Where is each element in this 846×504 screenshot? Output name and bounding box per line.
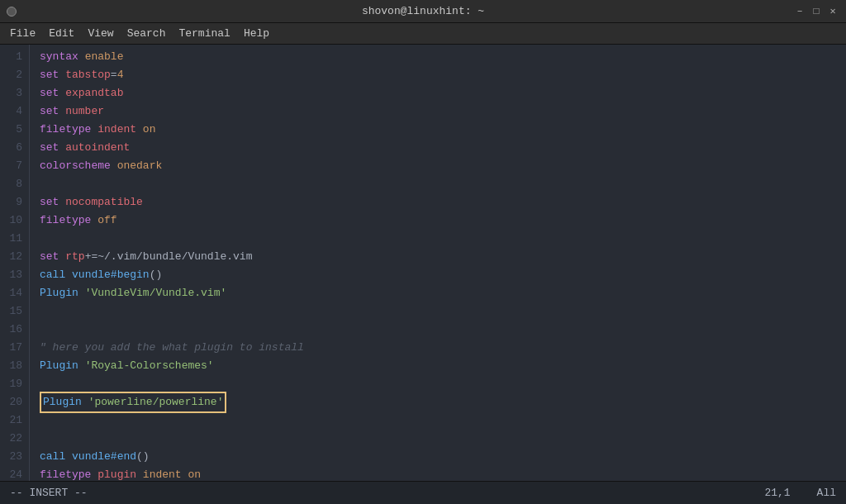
maximize-button[interactable]: □ bbox=[810, 5, 823, 18]
line-number: 18 bbox=[5, 357, 22, 375]
cursor-position: 21,1 bbox=[764, 487, 790, 499]
line-number: 13 bbox=[5, 266, 22, 284]
table-row: set tabstop=4 bbox=[40, 66, 846, 84]
menubar: File Edit View Search Terminal Help bbox=[0, 23, 846, 45]
line-number: 22 bbox=[5, 430, 22, 448]
statusbar: -- INSERT -- 21,1 All bbox=[0, 481, 846, 504]
menu-view[interactable]: View bbox=[81, 26, 120, 41]
line-numbers: 123456789101112131415161718192021222324 bbox=[0, 45, 30, 481]
line-number: 8 bbox=[5, 175, 22, 193]
table-row: set rtp+=~/.vim/bundle/Vundle.vim bbox=[40, 248, 846, 266]
line-number: 12 bbox=[5, 248, 22, 266]
table-row: call vundle#end() bbox=[40, 448, 846, 466]
titlebar-title: shovon@linuxhint: ~ bbox=[362, 5, 484, 17]
line-number: 21 bbox=[5, 411, 22, 430]
table-row bbox=[40, 375, 846, 393]
close-button[interactable]: ✕ bbox=[826, 5, 839, 18]
line-number: 2 bbox=[5, 66, 22, 84]
line-number: 15 bbox=[5, 302, 22, 321]
menu-edit[interactable]: Edit bbox=[42, 26, 81, 41]
table-row: filetype plugin indent on bbox=[40, 466, 846, 481]
titlebar: shovon@linuxhint: ~ – □ ✕ bbox=[0, 0, 846, 23]
line-number: 4 bbox=[5, 102, 22, 121]
table-row: set nocompatible bbox=[40, 193, 846, 212]
menu-help[interactable]: Help bbox=[237, 26, 276, 41]
line-number: 14 bbox=[5, 284, 22, 302]
table-row bbox=[40, 230, 846, 248]
line-number: 11 bbox=[5, 230, 22, 248]
line-number: 19 bbox=[5, 375, 22, 393]
table-row: call vundle#begin() bbox=[40, 266, 846, 284]
line-number: 20 bbox=[5, 393, 22, 411]
titlebar-controls[interactable]: – □ ✕ bbox=[793, 5, 839, 18]
vim-mode: -- INSERT -- bbox=[10, 487, 88, 499]
titlebar-left bbox=[7, 7, 17, 17]
line-number: 5 bbox=[5, 121, 22, 139]
titlebar-dot bbox=[7, 7, 17, 17]
line-number: 10 bbox=[5, 212, 22, 230]
line-number: 3 bbox=[5, 84, 22, 102]
line-number: 24 bbox=[5, 466, 22, 481]
line-number: 6 bbox=[5, 139, 22, 157]
table-row: Plugin 'powerline/powerline' bbox=[40, 393, 846, 411]
line-number: 1 bbox=[5, 48, 22, 66]
table-row bbox=[40, 321, 846, 339]
code-area[interactable]: syntax enableset tabstop=4set expandtabs… bbox=[30, 45, 846, 481]
editor[interactable]: 123456789101112131415161718192021222324 … bbox=[0, 45, 846, 481]
table-row: Plugin 'VundleVim/Vundle.vim' bbox=[40, 284, 846, 302]
line-number: 9 bbox=[5, 193, 22, 212]
table-row: filetype indent on bbox=[40, 121, 846, 139]
table-row: set number bbox=[40, 102, 846, 121]
line-number: 16 bbox=[5, 321, 22, 339]
table-row: Plugin 'Royal-Colorschemes' bbox=[40, 357, 846, 375]
line-number: 7 bbox=[5, 157, 22, 175]
table-row: filetype off bbox=[40, 212, 846, 230]
scroll-position: All bbox=[817, 487, 836, 499]
line-number: 17 bbox=[5, 339, 22, 357]
menu-file[interactable]: File bbox=[3, 26, 42, 41]
editor-content: 123456789101112131415161718192021222324 … bbox=[0, 45, 846, 481]
line-number: 23 bbox=[5, 448, 22, 466]
table-row: set autoindent bbox=[40, 139, 846, 157]
menu-terminal[interactable]: Terminal bbox=[172, 26, 236, 41]
table-row bbox=[40, 411, 846, 430]
minimize-button[interactable]: – bbox=[793, 5, 806, 18]
menu-search[interactable]: Search bbox=[121, 26, 173, 41]
table-row: colorscheme onedark bbox=[40, 157, 846, 175]
current-line-highlight: Plugin 'powerline/powerline' bbox=[40, 392, 226, 413]
table-row: " here you add the what plugin to instal… bbox=[40, 339, 846, 357]
table-row bbox=[40, 302, 846, 321]
statusbar-right-group: 21,1 All bbox=[764, 487, 836, 499]
table-row bbox=[40, 430, 846, 448]
table-row: syntax enable bbox=[40, 48, 846, 66]
table-row bbox=[40, 175, 846, 193]
table-row: set expandtab bbox=[40, 84, 846, 102]
